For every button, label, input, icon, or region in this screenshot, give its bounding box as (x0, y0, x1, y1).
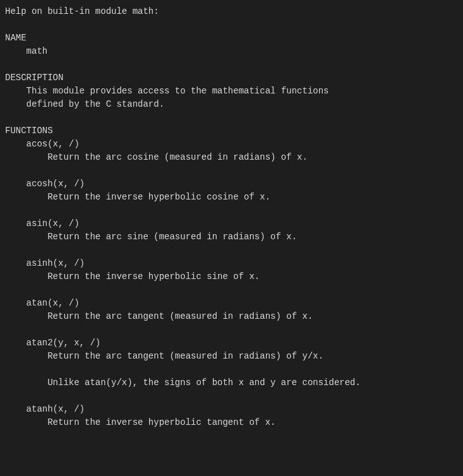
function-doc-line: Return the arc cosine (measured in radia… (5, 151, 458, 164)
description-line: This module provides access to the mathe… (5, 85, 458, 98)
description-heading: DESCRIPTION (5, 71, 458, 85)
function-doc-line: Return the inverse hyperbolic tangent of… (5, 416, 458, 429)
function-doc-line: Return the arc sine (measured in radians… (5, 230, 458, 244)
function-doc-line: Return the inverse hyperbolic cosine of … (5, 191, 458, 204)
description-line: defined by the C standard. (5, 98, 458, 111)
function-signature: acos(x, /) (5, 138, 458, 151)
function-doc-line (5, 363, 458, 376)
function-signature: atan(x, /) (5, 297, 458, 310)
functions-heading: FUNCTIONS (5, 124, 458, 138)
function-signature: acosh(x, /) (5, 177, 458, 191)
function-signature: atanh(x, /) (5, 403, 458, 416)
name-value: math (5, 45, 458, 58)
function-doc-line: Return the inverse hyperbolic sine of x. (5, 270, 458, 283)
function-signature: asinh(x, /) (5, 257, 458, 270)
help-header: Help on built-in module math: (5, 5, 458, 18)
name-heading: NAME (5, 32, 458, 45)
help-output: Help on built-in module math: NAME math … (5, 5, 458, 429)
function-signature: atan2(y, x, /) (5, 336, 458, 350)
function-doc-line: Return the arc tangent (measured in radi… (5, 350, 458, 363)
function-signature: asin(x, /) (5, 217, 458, 230)
function-doc-line: Return the arc tangent (measured in radi… (5, 310, 458, 323)
function-doc-line: Unlike atan(y/x), the signs of both x an… (5, 376, 458, 390)
